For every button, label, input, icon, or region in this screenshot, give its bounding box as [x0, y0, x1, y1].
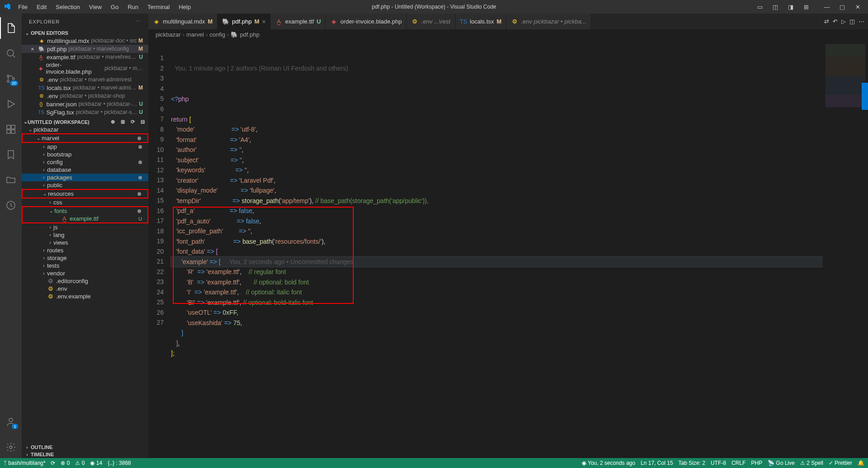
tree-item-js[interactable]: ›js — [22, 223, 148, 231]
account-activity-icon[interactable]: 1 — [0, 411, 22, 433]
breadcrumb[interactable]: pickbazar›marvel›config›🐘 pdf.php — [148, 29, 868, 39]
split-icon[interactable]: ◫ — [849, 18, 855, 25]
tab--env[interactable]: ⚙.env pickbazar • pickba... — [507, 14, 591, 29]
open-editor-item[interactable]: ×A̲example.ttfpickbazar • marvel\resou..… — [22, 53, 148, 61]
new-file-icon[interactable]: ⊕ — [109, 119, 117, 125]
code-line-14[interactable]: 'icc_profile_path' => '', — [171, 226, 823, 236]
git-branch[interactable]: ᛘ bash/multilang* — [4, 460, 45, 466]
open-editor-item[interactable]: ×🐘pdf.phppickbazar • marvel\configM — [22, 45, 148, 53]
scm-activity-icon[interactable]: 20 — [0, 68, 22, 90]
code-line-17[interactable]: 'example' => [ You, 2 seconds ago • Unco… — [171, 257, 823, 267]
code-line-23[interactable]: 'useKashida' => 75, — [171, 318, 823, 328]
open-editors-header[interactable]: ⌄OPEN EDITORS — [22, 29, 148, 37]
close-window-icon[interactable]: ✕ — [851, 0, 864, 14]
layout2-icon[interactable]: ◨ — [784, 0, 797, 14]
code-line-20[interactable]: 'I' => 'example.ttf', // optional: itali… — [171, 287, 823, 298]
tree-item--env[interactable]: ⚙.env — [22, 285, 148, 293]
open-editor-item[interactable]: ×◈order-invoice.blade.phppickbazar • mar… — [22, 61, 148, 76]
errors-count[interactable]: ⊗ 0 — [61, 460, 70, 466]
cursor-position[interactable]: Ln 17, Col 15 — [640, 460, 673, 466]
code-content[interactable]: You, 1 minute ago | 2 authors (Roman UI … — [171, 39, 823, 458]
search-activity-icon[interactable] — [0, 43, 22, 64]
code-line-1[interactable]: <?php — [171, 94, 823, 104]
tree-item-tests[interactable]: ›tests — [22, 262, 148, 269]
breadcrumb-item[interactable]: pdf.php — [240, 31, 259, 38]
menu-terminal[interactable]: Terminal — [144, 2, 173, 12]
revert-icon[interactable]: ↶ — [833, 18, 838, 25]
tab-order-invoice-blade-php[interactable]: ◈order-invoice.blade.php — [326, 14, 407, 29]
scroll-indicator[interactable] — [862, 83, 868, 110]
code-line-6[interactable]: 'author' => '', — [171, 145, 823, 155]
open-editor-item[interactable]: ×{}banner.jsonpickbazar • pickbazar-sh..… — [22, 100, 148, 108]
new-folder-icon[interactable]: ⊞ — [119, 119, 127, 125]
close-icon[interactable]: × — [31, 46, 38, 52]
extensions-activity-icon[interactable] — [0, 118, 22, 140]
tab-pdf-php[interactable]: 🐘pdf.phpM× — [218, 14, 270, 29]
tree-item--editorconfig[interactable]: ⚙.editorconfig — [22, 277, 148, 285]
maximize-icon[interactable]: ▢ — [835, 0, 849, 14]
code-line-22[interactable]: 'useOTL' => 0xFF, — [171, 307, 823, 318]
code-line-5[interactable]: 'format' => 'A4', — [171, 135, 823, 145]
status-blame[interactable]: ◉ You, 2 seconds ago — [582, 460, 635, 466]
selection-info[interactable]: {..} : 3868 — [108, 460, 131, 466]
open-editor-item[interactable]: ×⚙.envpickbazar • marvel-admin\rest — [22, 76, 148, 84]
sync-icon[interactable]: ⟳ — [51, 460, 55, 466]
code-line-27[interactable] — [171, 359, 823, 369]
tree-item-css[interactable]: ›css — [22, 199, 148, 206]
code-line-15[interactable]: 'font_path' => base_path('resources/font… — [171, 236, 823, 247]
close-tab-icon[interactable]: × — [262, 18, 266, 25]
code-line-26[interactable]: ]; — [171, 348, 823, 359]
tree-item-database[interactable]: ›database — [22, 166, 148, 174]
workspace-header[interactable]: ⌄UNTITLED (WORKSPACE) ⊕ ⊞ ⟳ ⊟ — [22, 118, 148, 126]
open-editor-item[interactable]: ×TSlocals.tsxpickbazar • marvel-admin\..… — [22, 84, 148, 92]
tree-item-pickbazar[interactable]: ⌄pickbazar — [22, 126, 148, 133]
code-line-24[interactable]: ] — [171, 328, 823, 338]
tree-item-resources[interactable]: ⌄resources — [22, 189, 148, 199]
tree-item-example-ttf[interactable]: A̲example.ttfU — [22, 215, 148, 223]
tree-item-lang[interactable]: ›lang — [22, 231, 148, 239]
outline-header[interactable]: ›OUTLINE — [22, 444, 148, 451]
breadcrumb-item[interactable]: config — [209, 31, 225, 38]
gitlens-activity-icon[interactable] — [0, 194, 22, 216]
tree-item-public[interactable]: ›public — [22, 181, 148, 189]
open-editor-item[interactable]: ×TSSgFlag.tsxpickbazar • pickbazar-sho..… — [22, 108, 148, 116]
tree-item-marvel[interactable]: ⌄marvel — [22, 133, 148, 143]
menu-view[interactable]: View — [85, 2, 105, 12]
tree-item-fonts[interactable]: ⌄fonts — [22, 206, 148, 215]
code-line-13[interactable]: 'pdf_a_auto' => false, — [171, 216, 823, 227]
code-line-19[interactable]: 'B' => 'example.ttf', // optional: bold … — [171, 277, 823, 288]
warnings-count[interactable]: ⚠ 0 — [75, 460, 85, 466]
language-mode[interactable]: PHP — [751, 460, 763, 466]
menu-edit[interactable]: Edit — [33, 2, 50, 12]
info-count[interactable]: ◉ 14 — [90, 460, 102, 466]
timeline-header[interactable]: ›TIMELINE — [22, 451, 148, 458]
code-line-16[interactable]: 'font_data' => [ — [171, 246, 823, 257]
explorer-activity-icon[interactable] — [0, 17, 22, 39]
menu-run[interactable]: Run — [124, 2, 142, 12]
breadcrumb-item[interactable]: marvel — [186, 31, 204, 38]
tree-item-bootstrap[interactable]: ›bootstrap — [22, 151, 148, 158]
tree-item--env-example[interactable]: ⚙.env.example — [22, 293, 148, 300]
code-line-8[interactable]: 'keywords' => '', — [171, 165, 823, 175]
spell-check[interactable]: ⚠ 2 Spell — [800, 460, 823, 466]
tree-item-vendor[interactable]: ›vendor — [22, 269, 148, 277]
refresh-icon[interactable]: ⟳ — [128, 119, 137, 125]
layout-icon[interactable]: ◫ — [768, 0, 782, 14]
tree-item-storage[interactable]: ›storage — [22, 254, 148, 262]
code-line-10[interactable]: 'display_mode' => 'fullpage', — [171, 185, 823, 196]
go-live[interactable]: 📡 Go Live — [768, 460, 795, 466]
tree-item-packages[interactable]: ›packages — [22, 174, 148, 181]
collapse-icon[interactable]: ⊟ — [138, 119, 147, 125]
code-line-9[interactable]: 'creator' => 'Laravel Pdf', — [171, 175, 823, 186]
run-activity-icon[interactable] — [0, 93, 22, 115]
code-line-25[interactable]: ], — [171, 338, 823, 349]
breadcrumb-item[interactable]: pickbazar — [156, 31, 181, 38]
code-line-21[interactable]: 'BI' => 'example.ttf', // optional: bold… — [171, 298, 823, 308]
prettier[interactable]: ✓ Prettier — [829, 460, 852, 466]
eol[interactable]: CRLF — [731, 460, 745, 466]
code-line-18[interactable]: 'R' => 'example.ttf', // regular font — [171, 267, 823, 277]
settings-activity-icon[interactable] — [0, 436, 22, 458]
code-line-7[interactable]: 'subject' => '', — [171, 155, 823, 165]
bookmark-activity-icon[interactable] — [0, 144, 22, 165]
compare-icon[interactable]: ⇄ — [824, 18, 829, 25]
